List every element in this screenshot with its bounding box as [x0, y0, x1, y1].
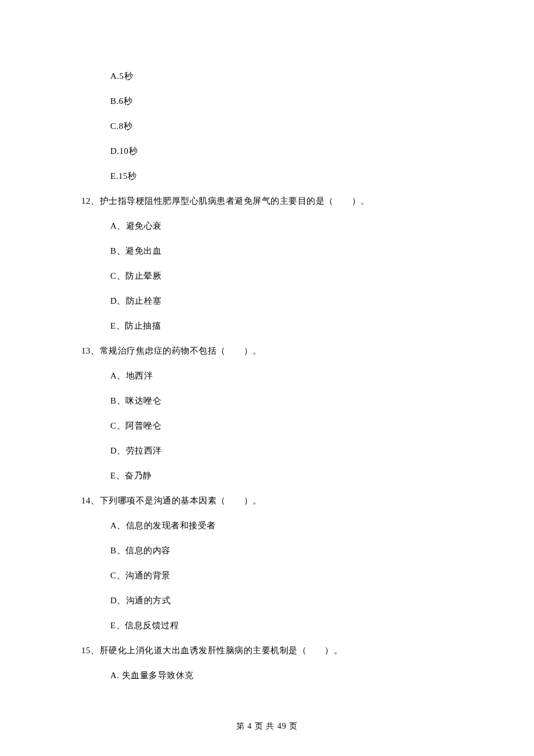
option-c: C、沟通的背景	[81, 563, 453, 588]
option-d: D.10秒	[81, 139, 453, 164]
option-b: B、信息的内容	[81, 538, 453, 563]
option-c: C、防止晕厥	[81, 264, 453, 289]
question-12-stem: 12、护士指导梗阻性肥厚型心肌病患者避免屏气的主要目的是（ ）。	[81, 189, 453, 214]
option-b: B、咪达唑仑	[81, 388, 453, 413]
option-e: E.15秒	[81, 164, 453, 189]
option-e: E、奋乃静	[81, 463, 453, 488]
question-13-options: A、地西泮 B、咪达唑仑 C、阿普唑仑 D、劳拉西泮 E、奋乃静	[81, 363, 453, 488]
page-footer: 第 4 页 共 49 页	[0, 721, 534, 732]
option-a: A、避免心衰	[81, 214, 453, 239]
question-12-options: A、避免心衰 B、避免出血 C、防止晕厥 D、防止栓塞 E、防止抽搐	[81, 214, 453, 339]
option-d: D、劳拉西泮	[81, 438, 453, 463]
option-e: E、信息反馈过程	[81, 613, 453, 638]
option-a: A. 失血量多导致休克	[81, 663, 453, 688]
option-b: B.6秒	[81, 89, 453, 114]
option-c: C.8秒	[81, 114, 453, 139]
option-a: A、地西泮	[81, 363, 453, 388]
question-11-options: A.5秒 B.6秒 C.8秒 D.10秒 E.15秒	[81, 64, 453, 189]
option-a: A、信息的发现者和接受者	[81, 513, 453, 538]
question-14-stem: 14、下列哪项不是沟通的基本因素（ ）。	[81, 488, 453, 513]
question-15-stem: 15、肝硬化上消化道大出血诱发肝性脑病的主要机制是（ ）。	[81, 638, 453, 663]
option-c: C、阿普唑仑	[81, 413, 453, 438]
question-15-options: A. 失血量多导致休克	[81, 663, 453, 688]
option-d: D、沟通的方式	[81, 588, 453, 613]
option-e: E、防止抽搐	[81, 314, 453, 339]
page-content: A.5秒 B.6秒 C.8秒 D.10秒 E.15秒 12、护士指导梗阻性肥厚型…	[0, 0, 534, 756]
option-a: A.5秒	[81, 64, 453, 89]
option-b: B、避免出血	[81, 239, 453, 264]
option-d: D、防止栓塞	[81, 289, 453, 314]
question-14-options: A、信息的发现者和接受者 B、信息的内容 C、沟通的背景 D、沟通的方式 E、信…	[81, 513, 453, 638]
question-13-stem: 13、常规治疗焦虑症的药物不包括（ ）。	[81, 339, 453, 363]
